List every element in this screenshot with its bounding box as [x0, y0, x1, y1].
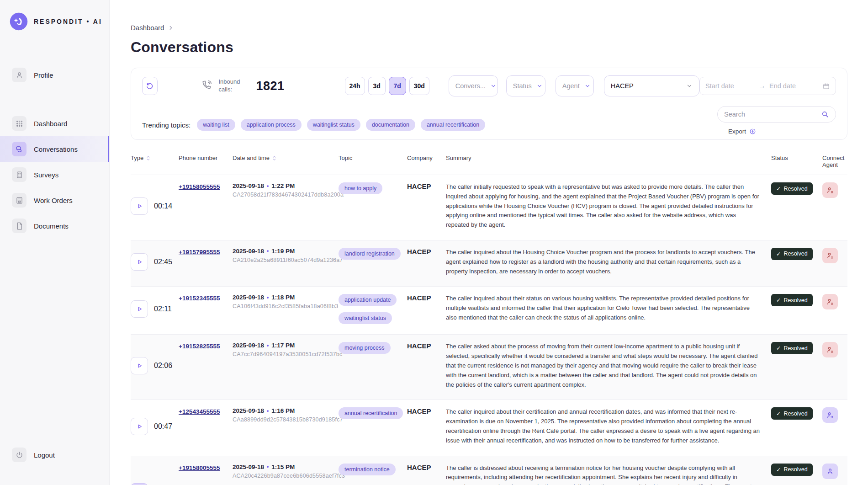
- trending-topic-chip[interactable]: waitinglist status: [307, 119, 360, 131]
- logout-button[interactable]: Logout: [0, 442, 109, 468]
- play-button[interactable]: [131, 483, 148, 485]
- check-icon: ✓: [776, 345, 781, 352]
- play-button[interactable]: [131, 357, 148, 374]
- company-dropdown[interactable]: HACEP: [604, 75, 699, 96]
- dashboard-grid-icon: [12, 116, 26, 131]
- phone-number-link[interactable]: +19152825555: [179, 343, 220, 350]
- call-date: 2025-09-18: [233, 182, 264, 189]
- call-duration: 00:47: [154, 422, 172, 431]
- table-row: 02:06 +19152825555 2025-09-18 • 1:17 PM …: [131, 334, 847, 400]
- export-button[interactable]: Export: [728, 128, 836, 135]
- column-header-company: Company: [407, 155, 446, 168]
- table-row: 00:14 +19158055555 2025-09-18 • 1:22 PM …: [131, 175, 847, 240]
- main-content: Dashboard Conversations Inbound calls:: [110, 0, 868, 485]
- sidebar-item-surveys[interactable]: Surveys: [0, 162, 109, 187]
- calendar-icon: [822, 82, 830, 90]
- column-header-datetime[interactable]: Date and time: [233, 155, 339, 168]
- call-date: 2025-09-18: [233, 294, 264, 301]
- status-dropdown[interactable]: Status: [506, 75, 545, 96]
- trending-topic-chip[interactable]: application process: [241, 119, 302, 131]
- refresh-button[interactable]: [142, 77, 158, 95]
- start-date-input[interactable]: [705, 82, 755, 90]
- conversations-table: Type Phone number Date and time Topic Co…: [131, 150, 847, 485]
- export-label: Export: [728, 128, 746, 135]
- filter-card: Inbound calls: 1821 24h 3d 7d 30d Conver…: [131, 68, 847, 140]
- dot-separator: •: [267, 294, 269, 301]
- trending-topic-chip[interactable]: documentation: [366, 119, 415, 131]
- topic-chip[interactable]: landlord registration: [339, 248, 401, 260]
- call-time: 1:17 PM: [271, 342, 295, 349]
- search-icon[interactable]: [821, 110, 829, 118]
- connect-agent-button[interactable]: [822, 407, 838, 423]
- connect-agent-button[interactable]: [822, 248, 838, 263]
- topic-chips: annual recertification: [339, 407, 407, 445]
- brand-header: RESPONDIT • AI: [0, 0, 109, 36]
- call-date: 2025-09-18: [233, 342, 264, 349]
- trending-topic-chip[interactable]: waiting list: [197, 119, 235, 131]
- connect-agent-button[interactable]: [822, 294, 838, 309]
- person-x-icon: [826, 298, 834, 306]
- sidebar-item-documents[interactable]: Documents: [0, 213, 109, 239]
- sort-icon[interactable]: [272, 155, 277, 161]
- sidebar-item-dashboard[interactable]: Dashboard: [0, 111, 109, 136]
- app-logo-icon: [9, 12, 28, 31]
- date-range-picker[interactable]: →: [699, 77, 836, 95]
- connect-agent-button[interactable]: [822, 464, 838, 479]
- agent-dropdown[interactable]: Agent: [556, 75, 594, 96]
- phone-number-link[interactable]: +12543455555: [179, 408, 220, 415]
- chevron-down-icon: [536, 83, 543, 89]
- trending-topic-chip[interactable]: annual recertification: [421, 119, 485, 131]
- play-button[interactable]: [131, 197, 148, 215]
- time-filter-30d[interactable]: 30d: [409, 77, 429, 95]
- play-button[interactable]: [131, 253, 148, 271]
- sidebar-item-profile[interactable]: Profile: [0, 62, 109, 88]
- sidebar-item-conversations[interactable]: Conversations: [0, 136, 109, 162]
- sidebar-item-label: Profile: [34, 71, 53, 79]
- column-header-type[interactable]: Type: [131, 155, 179, 168]
- time-filter-group: 24h 3d 7d 30d: [345, 77, 429, 95]
- company-name: HACEP: [407, 182, 446, 230]
- company-name: HACEP: [407, 294, 446, 324]
- time-filter-3d[interactable]: 3d: [368, 77, 386, 95]
- conversation-type-dropdown[interactable]: Convers...: [449, 75, 498, 96]
- phone-incoming-icon: [201, 79, 213, 93]
- chevron-down-icon: [490, 83, 497, 89]
- chat-bubbles-icon: [12, 142, 26, 156]
- time-filter-7d[interactable]: 7d: [389, 77, 406, 95]
- breadcrumb: Dashboard: [131, 0, 847, 32]
- check-icon: ✓: [776, 185, 781, 192]
- inbound-calls-label: Inbound calls:: [218, 78, 247, 94]
- inbound-calls-value: 1821: [256, 79, 284, 93]
- call-time: 1:18 PM: [271, 294, 295, 301]
- status-badge: ✓ Resolved: [771, 342, 813, 354]
- brand-name: RESPONDIT • AI: [34, 18, 102, 25]
- time-filter-24h[interactable]: 24h: [345, 77, 365, 95]
- trending-topics: Trending topics: waiting listapplication…: [142, 119, 485, 131]
- topic-chip[interactable]: how to apply: [339, 182, 382, 194]
- company-name: HACEP: [407, 248, 446, 276]
- call-summary: The caller inquired about their status o…: [446, 294, 771, 324]
- play-button[interactable]: [131, 418, 148, 435]
- phone-number-link[interactable]: +19158005555: [179, 464, 220, 471]
- call-id: ACA20c4226b9a87cee6b606d5558aef7fc3: [233, 473, 339, 479]
- call-summary: The caller asked about the process of mo…: [446, 342, 771, 389]
- search-input[interactable]: [724, 111, 821, 118]
- phone-number-link[interactable]: +19152345555: [179, 295, 220, 302]
- end-date-input[interactable]: [769, 82, 819, 90]
- call-date: 2025-09-18: [233, 248, 264, 255]
- topic-chip[interactable]: application update: [339, 294, 397, 306]
- topic-chip[interactable]: termination notice: [339, 464, 396, 475]
- phone-number-link[interactable]: +19158055555: [179, 183, 220, 190]
- phone-number-link[interactable]: +19157995555: [179, 249, 220, 256]
- sidebar-item-work-orders[interactable]: Work Orders: [0, 187, 109, 213]
- breadcrumb-dashboard-link[interactable]: Dashboard: [131, 24, 164, 32]
- topic-chip[interactable]: annual recertification: [339, 407, 403, 419]
- sort-icon[interactable]: [146, 155, 151, 161]
- topic-chip[interactable]: waitinglist status: [339, 312, 392, 324]
- person-x-icon: [826, 346, 834, 354]
- topic-chip[interactable]: moving process: [339, 342, 391, 354]
- connect-agent-button[interactable]: [822, 342, 838, 357]
- work-orders-icon: [12, 193, 26, 208]
- play-button[interactable]: [131, 300, 148, 318]
- connect-agent-button[interactable]: [822, 182, 838, 198]
